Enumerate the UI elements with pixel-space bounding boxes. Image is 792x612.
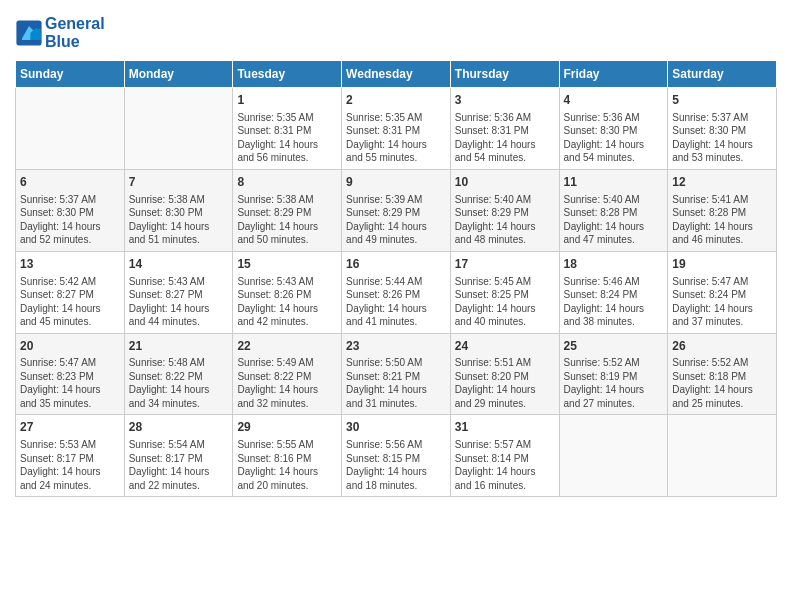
weekday-header-friday: Friday xyxy=(559,61,668,88)
calendar-week-row: 20Sunrise: 5:47 AM Sunset: 8:23 PM Dayli… xyxy=(16,333,777,415)
day-number: 21 xyxy=(129,338,229,355)
day-number: 11 xyxy=(564,174,664,191)
day-info: Sunrise: 5:41 AM Sunset: 8:28 PM Dayligh… xyxy=(672,193,772,247)
calendar-cell: 26Sunrise: 5:52 AM Sunset: 8:18 PM Dayli… xyxy=(668,333,777,415)
logo-icon xyxy=(15,19,43,47)
day-number: 17 xyxy=(455,256,555,273)
day-number: 15 xyxy=(237,256,337,273)
day-info: Sunrise: 5:35 AM Sunset: 8:31 PM Dayligh… xyxy=(346,111,446,165)
weekday-header-thursday: Thursday xyxy=(450,61,559,88)
day-info: Sunrise: 5:44 AM Sunset: 8:26 PM Dayligh… xyxy=(346,275,446,329)
day-info: Sunrise: 5:52 AM Sunset: 8:19 PM Dayligh… xyxy=(564,356,664,410)
calendar-cell: 30Sunrise: 5:56 AM Sunset: 8:15 PM Dayli… xyxy=(342,415,451,497)
calendar-cell: 2Sunrise: 5:35 AM Sunset: 8:31 PM Daylig… xyxy=(342,88,451,170)
calendar-week-row: 13Sunrise: 5:42 AM Sunset: 8:27 PM Dayli… xyxy=(16,251,777,333)
day-number: 20 xyxy=(20,338,120,355)
calendar-cell: 12Sunrise: 5:41 AM Sunset: 8:28 PM Dayli… xyxy=(668,169,777,251)
calendar-cell: 29Sunrise: 5:55 AM Sunset: 8:16 PM Dayli… xyxy=(233,415,342,497)
calendar-cell: 17Sunrise: 5:45 AM Sunset: 8:25 PM Dayli… xyxy=(450,251,559,333)
calendar-cell: 23Sunrise: 5:50 AM Sunset: 8:21 PM Dayli… xyxy=(342,333,451,415)
calendar-cell: 1Sunrise: 5:35 AM Sunset: 8:31 PM Daylig… xyxy=(233,88,342,170)
day-number: 7 xyxy=(129,174,229,191)
calendar-cell: 16Sunrise: 5:44 AM Sunset: 8:26 PM Dayli… xyxy=(342,251,451,333)
day-number: 27 xyxy=(20,419,120,436)
day-info: Sunrise: 5:57 AM Sunset: 8:14 PM Dayligh… xyxy=(455,438,555,492)
day-info: Sunrise: 5:36 AM Sunset: 8:30 PM Dayligh… xyxy=(564,111,664,165)
calendar-cell xyxy=(124,88,233,170)
calendar-cell: 31Sunrise: 5:57 AM Sunset: 8:14 PM Dayli… xyxy=(450,415,559,497)
weekday-header-monday: Monday xyxy=(124,61,233,88)
day-number: 23 xyxy=(346,338,446,355)
calendar-cell: 6Sunrise: 5:37 AM Sunset: 8:30 PM Daylig… xyxy=(16,169,125,251)
day-info: Sunrise: 5:45 AM Sunset: 8:25 PM Dayligh… xyxy=(455,275,555,329)
weekday-header-saturday: Saturday xyxy=(668,61,777,88)
day-info: Sunrise: 5:40 AM Sunset: 8:28 PM Dayligh… xyxy=(564,193,664,247)
day-info: Sunrise: 5:36 AM Sunset: 8:31 PM Dayligh… xyxy=(455,111,555,165)
calendar-cell: 21Sunrise: 5:48 AM Sunset: 8:22 PM Dayli… xyxy=(124,333,233,415)
day-info: Sunrise: 5:53 AM Sunset: 8:17 PM Dayligh… xyxy=(20,438,120,492)
day-number: 25 xyxy=(564,338,664,355)
day-number: 22 xyxy=(237,338,337,355)
day-info: Sunrise: 5:40 AM Sunset: 8:29 PM Dayligh… xyxy=(455,193,555,247)
day-number: 12 xyxy=(672,174,772,191)
day-number: 24 xyxy=(455,338,555,355)
weekday-header-sunday: Sunday xyxy=(16,61,125,88)
calendar-cell: 24Sunrise: 5:51 AM Sunset: 8:20 PM Dayli… xyxy=(450,333,559,415)
calendar-cell: 3Sunrise: 5:36 AM Sunset: 8:31 PM Daylig… xyxy=(450,88,559,170)
day-info: Sunrise: 5:49 AM Sunset: 8:22 PM Dayligh… xyxy=(237,356,337,410)
day-info: Sunrise: 5:55 AM Sunset: 8:16 PM Dayligh… xyxy=(237,438,337,492)
day-info: Sunrise: 5:48 AM Sunset: 8:22 PM Dayligh… xyxy=(129,356,229,410)
day-number: 14 xyxy=(129,256,229,273)
day-number: 8 xyxy=(237,174,337,191)
day-info: Sunrise: 5:52 AM Sunset: 8:18 PM Dayligh… xyxy=(672,356,772,410)
day-number: 19 xyxy=(672,256,772,273)
calendar-cell: 22Sunrise: 5:49 AM Sunset: 8:22 PM Dayli… xyxy=(233,333,342,415)
day-number: 4 xyxy=(564,92,664,109)
calendar-cell xyxy=(668,415,777,497)
day-info: Sunrise: 5:51 AM Sunset: 8:20 PM Dayligh… xyxy=(455,356,555,410)
calendar-week-row: 27Sunrise: 5:53 AM Sunset: 8:17 PM Dayli… xyxy=(16,415,777,497)
day-number: 26 xyxy=(672,338,772,355)
day-number: 5 xyxy=(672,92,772,109)
day-info: Sunrise: 5:37 AM Sunset: 8:30 PM Dayligh… xyxy=(672,111,772,165)
day-number: 28 xyxy=(129,419,229,436)
day-info: Sunrise: 5:50 AM Sunset: 8:21 PM Dayligh… xyxy=(346,356,446,410)
day-number: 10 xyxy=(455,174,555,191)
page-header: General Blue xyxy=(15,15,777,50)
day-info: Sunrise: 5:37 AM Sunset: 8:30 PM Dayligh… xyxy=(20,193,120,247)
day-info: Sunrise: 5:39 AM Sunset: 8:29 PM Dayligh… xyxy=(346,193,446,247)
day-info: Sunrise: 5:47 AM Sunset: 8:23 PM Dayligh… xyxy=(20,356,120,410)
day-info: Sunrise: 5:46 AM Sunset: 8:24 PM Dayligh… xyxy=(564,275,664,329)
logo-text: General Blue xyxy=(45,15,105,50)
calendar-week-row: 6Sunrise: 5:37 AM Sunset: 8:30 PM Daylig… xyxy=(16,169,777,251)
day-number: 6 xyxy=(20,174,120,191)
calendar-cell: 28Sunrise: 5:54 AM Sunset: 8:17 PM Dayli… xyxy=(124,415,233,497)
day-info: Sunrise: 5:38 AM Sunset: 8:29 PM Dayligh… xyxy=(237,193,337,247)
calendar-cell: 8Sunrise: 5:38 AM Sunset: 8:29 PM Daylig… xyxy=(233,169,342,251)
calendar-cell xyxy=(16,88,125,170)
day-number: 30 xyxy=(346,419,446,436)
day-info: Sunrise: 5:54 AM Sunset: 8:17 PM Dayligh… xyxy=(129,438,229,492)
day-number: 2 xyxy=(346,92,446,109)
day-info: Sunrise: 5:35 AM Sunset: 8:31 PM Dayligh… xyxy=(237,111,337,165)
day-number: 1 xyxy=(237,92,337,109)
weekday-header-wednesday: Wednesday xyxy=(342,61,451,88)
day-info: Sunrise: 5:43 AM Sunset: 8:27 PM Dayligh… xyxy=(129,275,229,329)
day-info: Sunrise: 5:43 AM Sunset: 8:26 PM Dayligh… xyxy=(237,275,337,329)
calendar-cell: 11Sunrise: 5:40 AM Sunset: 8:28 PM Dayli… xyxy=(559,169,668,251)
calendar-cell: 15Sunrise: 5:43 AM Sunset: 8:26 PM Dayli… xyxy=(233,251,342,333)
calendar-cell: 20Sunrise: 5:47 AM Sunset: 8:23 PM Dayli… xyxy=(16,333,125,415)
day-info: Sunrise: 5:42 AM Sunset: 8:27 PM Dayligh… xyxy=(20,275,120,329)
calendar-cell xyxy=(559,415,668,497)
calendar-cell: 9Sunrise: 5:39 AM Sunset: 8:29 PM Daylig… xyxy=(342,169,451,251)
day-info: Sunrise: 5:47 AM Sunset: 8:24 PM Dayligh… xyxy=(672,275,772,329)
day-info: Sunrise: 5:38 AM Sunset: 8:30 PM Dayligh… xyxy=(129,193,229,247)
day-number: 18 xyxy=(564,256,664,273)
calendar-cell: 7Sunrise: 5:38 AM Sunset: 8:30 PM Daylig… xyxy=(124,169,233,251)
calendar-cell: 4Sunrise: 5:36 AM Sunset: 8:30 PM Daylig… xyxy=(559,88,668,170)
calendar-week-row: 1Sunrise: 5:35 AM Sunset: 8:31 PM Daylig… xyxy=(16,88,777,170)
calendar-cell: 25Sunrise: 5:52 AM Sunset: 8:19 PM Dayli… xyxy=(559,333,668,415)
calendar-table: SundayMondayTuesdayWednesdayThursdayFrid… xyxy=(15,60,777,497)
day-info: Sunrise: 5:56 AM Sunset: 8:15 PM Dayligh… xyxy=(346,438,446,492)
calendar-cell: 19Sunrise: 5:47 AM Sunset: 8:24 PM Dayli… xyxy=(668,251,777,333)
